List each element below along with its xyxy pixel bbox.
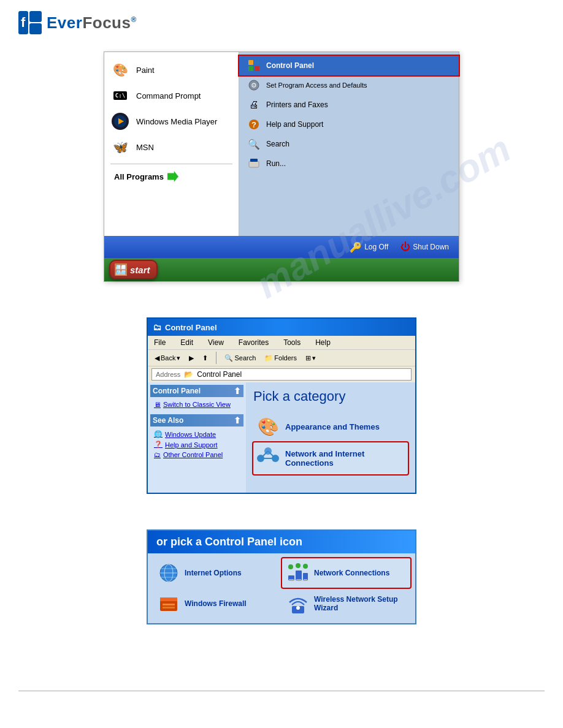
address-label: Address bbox=[156, 371, 180, 378]
cp-back-button[interactable]: ◀ Back ▾ bbox=[151, 352, 183, 364]
svg-point-42 bbox=[296, 606, 300, 610]
paint-icon: 🎨 bbox=[110, 60, 130, 80]
category-appearance[interactable]: 🎨 Appearance and Themes bbox=[253, 411, 408, 442]
forward-icon: ▶ bbox=[189, 354, 194, 362]
svg-rect-1 bbox=[29, 11, 42, 22]
windows-firewall-label: Windows Firewall bbox=[185, 599, 247, 608]
start-item-cmd[interactable]: C:\ Command Prompt bbox=[104, 83, 239, 108]
cp-sidebar: Control Panel ⬆ 🖥 Switch to Classic View… bbox=[148, 382, 246, 493]
switch-classic-label: Switch to Classic View bbox=[163, 401, 231, 408]
start-right-help[interactable]: ? Help and Support bbox=[239, 115, 459, 134]
see-also-help-support[interactable]: ❓ Help and Support bbox=[154, 439, 240, 450]
search-icon: 🔍 bbox=[224, 354, 233, 362]
cp-menu-tools[interactable]: Tools bbox=[281, 337, 303, 348]
brand-reg: ® bbox=[131, 15, 136, 24]
cp-folders-button[interactable]: 📁 Folders bbox=[261, 352, 300, 364]
cp-menu-edit[interactable]: Edit bbox=[178, 337, 196, 348]
pick-icon-internet-options[interactable]: Internet Options bbox=[153, 558, 281, 588]
windows-update-icon: 🌐 bbox=[154, 430, 163, 438]
help-support-label: Help and Support bbox=[165, 441, 218, 449]
svg-rect-38 bbox=[160, 597, 177, 601]
switch-classic-link[interactable]: 🖥 Switch to Classic View bbox=[154, 400, 240, 409]
view-icon: ⊞ bbox=[305, 354, 311, 362]
start-item-msn[interactable]: 🦋 MSN bbox=[104, 134, 239, 160]
all-programs-row[interactable]: All Programs bbox=[104, 168, 239, 185]
up-icon: ⬆ bbox=[202, 354, 208, 362]
screenshot3-wrapper: or pick a Control Panel icon Internet Op… bbox=[0, 529, 563, 624]
start-button[interactable]: 🪟 start bbox=[109, 260, 158, 279]
wmp-icon bbox=[110, 112, 130, 131]
cp-up-button[interactable]: ⬆ bbox=[199, 352, 211, 364]
set-program-icon: ⚙ bbox=[247, 78, 261, 93]
cp-menu-view[interactable]: View bbox=[205, 337, 226, 348]
help-icon: ? bbox=[247, 117, 261, 132]
svg-point-34 bbox=[288, 564, 293, 569]
logoff-icon: 🔑 bbox=[350, 241, 362, 253]
svg-rect-8 bbox=[255, 60, 259, 65]
category-network[interactable]: Network and Internet Connections bbox=[253, 442, 408, 474]
appearance-label: Appearance and Themes bbox=[285, 422, 380, 431]
cp-menu-favorites[interactable]: Favorites bbox=[236, 337, 271, 348]
internet-options-icon bbox=[158, 562, 180, 584]
wireless-wizard-icon bbox=[287, 593, 309, 615]
pick-icon-windows-firewall[interactable]: Windows Firewall bbox=[153, 589, 281, 618]
start-right-run[interactable]: Run... bbox=[239, 154, 459, 173]
see-also-items: 🌐 Windows Update ❓ Help and Support 🗂 Ot… bbox=[150, 427, 243, 462]
back-icon: ◀ bbox=[155, 354, 159, 362]
cp-main: Pick a category 🎨 Appearance and Themes bbox=[246, 382, 415, 493]
start-item-wmp[interactable]: Windows Media Player bbox=[104, 108, 239, 134]
svg-rect-31 bbox=[289, 579, 294, 581]
control-panel-icon bbox=[247, 58, 261, 73]
help-label: Help and Support bbox=[266, 120, 323, 129]
logoff-button[interactable]: 🔑 Log Off bbox=[346, 240, 392, 254]
start-item-paint[interactable]: 🎨 Paint bbox=[104, 57, 239, 83]
start-divider bbox=[110, 164, 232, 164]
svg-line-22 bbox=[268, 451, 275, 458]
cp-sidebar-title-label: Control Panel bbox=[153, 387, 201, 395]
pick-icon-network-connections[interactable]: Network Connections bbox=[282, 558, 410, 588]
wireless-wizard-label: Wireless Network Setup Wizard bbox=[314, 595, 405, 612]
svg-point-36 bbox=[303, 564, 308, 569]
start-right-control-panel[interactable]: Control Panel bbox=[239, 56, 459, 75]
start-right-printers[interactable]: 🖨 Printers and Faxes bbox=[239, 95, 459, 115]
cp-menu-help[interactable]: Help bbox=[313, 337, 333, 348]
start-right-set-program[interactable]: ⚙ Set Program Access and Defaults bbox=[239, 75, 459, 95]
start-button-row: 🪟 start bbox=[104, 258, 459, 281]
windows-update-label: Windows Update bbox=[165, 431, 216, 438]
bottom-rule bbox=[18, 691, 545, 691]
see-also-other-cp[interactable]: 🗂 Other Control Panel bbox=[154, 450, 240, 460]
start-item-msn-label: MSN bbox=[136, 143, 154, 152]
pick-icon-title: or pick a Control Panel icon bbox=[148, 531, 415, 553]
cp-menu-file[interactable]: File bbox=[151, 337, 168, 348]
section-gap-2 bbox=[0, 494, 563, 518]
see-also-title: See Also ⬆ bbox=[150, 414, 243, 427]
logoff-label: Log Off bbox=[364, 243, 388, 251]
pick-icon-wireless-wizard[interactable]: Wireless Network Setup Wizard bbox=[282, 589, 410, 618]
run-label: Run... bbox=[266, 159, 286, 168]
cp-view-button[interactable]: ⊞ ▾ bbox=[302, 352, 319, 364]
appearance-icon: 🎨 bbox=[256, 414, 280, 439]
see-also-windows-update[interactable]: 🌐 Windows Update bbox=[154, 429, 240, 439]
pick-icon-grid: Internet Options Net bbox=[148, 553, 415, 623]
brand-name: EverFocus® bbox=[47, 13, 137, 32]
everfocus-logo-icon: f bbox=[18, 11, 42, 34]
cp-search-button[interactable]: 🔍 Search bbox=[221, 352, 259, 364]
all-programs-label: All Programs bbox=[114, 172, 164, 181]
pick-category-title: Pick a category bbox=[253, 389, 408, 404]
cp-menubar: File Edit View Favorites Tools Help bbox=[148, 336, 415, 350]
cp-forward-button[interactable]: ▶ bbox=[186, 352, 197, 364]
address-icon: 📂 bbox=[184, 370, 193, 379]
other-cp-icon: 🗂 bbox=[154, 451, 161, 458]
screenshot1-wrapper: 🎨 Paint C:\ Command Prompt bbox=[0, 51, 563, 282]
collapse-icon: ⬆ bbox=[234, 386, 241, 396]
shutdown-button[interactable]: ⏻ Shut Down bbox=[397, 240, 453, 254]
network-connections-label: Network Connections bbox=[314, 569, 389, 577]
start-menu-container: 🎨 Paint C:\ Command Prompt bbox=[104, 51, 459, 282]
printers-label: Printers and Faxes bbox=[266, 100, 328, 109]
network-connections-icon bbox=[287, 562, 309, 584]
set-program-label: Set Program Access and Defaults bbox=[266, 82, 367, 89]
cp-title-label: Control Panel bbox=[165, 323, 217, 332]
see-also-label: See Also bbox=[153, 416, 183, 425]
cp-window-icon: 🗂 bbox=[153, 322, 161, 332]
start-right-search[interactable]: 🔍 Search bbox=[239, 134, 459, 154]
